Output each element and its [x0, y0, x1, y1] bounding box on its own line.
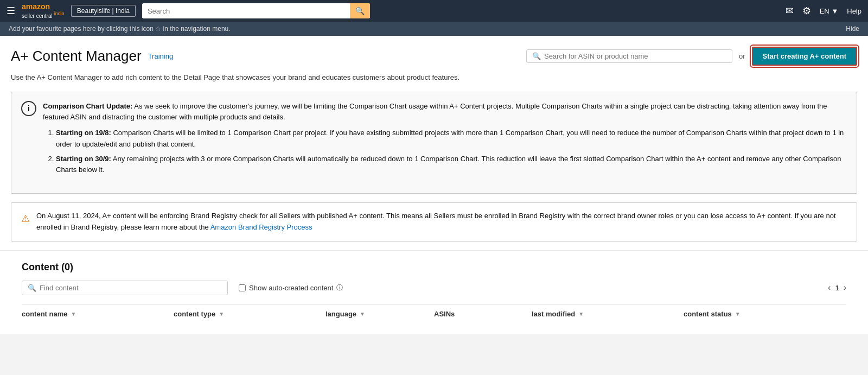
info-box-item-1: Starting on 19/8: Comparison Charts will… — [56, 128, 847, 150]
fav-bar-hide[interactable]: Hide — [846, 25, 859, 33]
seller-central-text: seller central — [22, 13, 53, 19]
brand-registry-link[interactable]: Amazon Brand Registry Process — [210, 223, 312, 231]
page-title: A+ Content Manager — [11, 48, 142, 65]
table-header: content name▼content type▼language▼ASINs… — [22, 304, 846, 323]
table-col-content-status[interactable]: content status▼ — [684, 310, 792, 318]
comparison-chart-notice: i Comparison Chart Update: As we seek to… — [11, 92, 857, 194]
training-badge[interactable]: Training — [148, 52, 173, 60]
pagination: ‹ 1 › — [828, 283, 846, 293]
warning-text-before: On August 11, 2024, A+ content will be e… — [36, 212, 836, 231]
logo-area: amazon seller central india — [22, 2, 65, 20]
auto-created-checkbox[interactable] — [239, 284, 246, 291]
fav-bar-message: Add your favourite pages here by clickin… — [9, 25, 231, 33]
item2-text: Any remaining projects with 3 or more Co… — [56, 155, 841, 174]
next-page-button[interactable]: › — [844, 283, 846, 293]
auto-created-info-icon[interactable]: ⓘ — [336, 283, 343, 293]
find-content-row: 🔍 Show auto-created content ⓘ ‹ 1 › — [22, 281, 846, 295]
table-col-last-modified[interactable]: last modified▼ — [532, 310, 684, 318]
col-label-0: content name — [22, 310, 68, 318]
asin-search-icon: 🔍 — [532, 52, 541, 60]
start-creating-button[interactable]: Start creating A+ content — [752, 47, 857, 66]
col-label-1: content type — [174, 310, 215, 318]
asin-search-box: 🔍 — [526, 49, 732, 63]
auto-created-label: Show auto-created content — [249, 284, 333, 292]
nav-right: ✉ ⚙ EN ▼ Help — [786, 5, 861, 17]
info-icon: i — [21, 101, 36, 116]
india-text: india — [54, 11, 65, 16]
amazon-logo: amazon — [22, 2, 50, 11]
or-text: or — [739, 52, 745, 60]
table-col-content-type[interactable]: content type▼ — [174, 310, 326, 318]
item2-bold: Starting on 30/9: — [56, 155, 111, 163]
asin-search-input[interactable] — [544, 52, 726, 60]
warning-icon: ⚠ — [21, 211, 30, 227]
top-nav: ☰ amazon seller central india Beautyisli… — [0, 0, 868, 22]
language-selector[interactable]: EN ▼ — [820, 7, 839, 15]
table-col-content-name[interactable]: content name▼ — [22, 310, 174, 318]
search-bar: 🔍 — [142, 3, 370, 18]
info-box-item-2: Starting on 30/9: Any remaining projects… — [56, 154, 847, 176]
info-box-body-text: As we seek to improve the customer's jou… — [43, 102, 827, 122]
sort-icon-1[interactable]: ▼ — [219, 311, 224, 317]
info-box-list: Starting on 19/8: Comparison Charts will… — [56, 128, 847, 176]
item1-bold: Starting on 19/8: — [56, 129, 111, 137]
header-right: 🔍 or Start creating A+ content — [526, 47, 857, 66]
auto-created-toggle: Show auto-created content ⓘ — [239, 283, 343, 293]
help-link[interactable]: Help — [847, 7, 861, 15]
brand-registry-warning: ⚠ On August 11, 2024, A+ content will be… — [11, 202, 857, 241]
find-content-box: 🔍 — [22, 281, 228, 295]
search-button[interactable]: 🔍 — [350, 3, 370, 18]
settings-icon[interactable]: ⚙ — [802, 5, 811, 17]
col-label-4: last modified — [532, 310, 575, 318]
sort-icon-2[interactable]: ▼ — [360, 311, 365, 317]
table-col-language[interactable]: language▼ — [326, 310, 434, 318]
search-input[interactable] — [142, 4, 350, 18]
col-label-2: language — [326, 310, 356, 318]
info-box-header: i Comparison Chart Update: As we seek to… — [21, 101, 847, 180]
page-description: Use the A+ Content Manager to add rich c… — [11, 72, 857, 83]
info-box-body: Comparison Chart Update: As we seek to i… — [43, 101, 847, 180]
logo-text: amazon seller central india — [22, 2, 65, 20]
page-header: A+ Content Manager Training 🔍 or Start c… — [11, 47, 857, 66]
find-search-icon: 🔍 — [28, 284, 36, 292]
prev-page-button[interactable]: ‹ — [828, 283, 831, 293]
main-content: A+ Content Manager Training 🔍 or Start c… — [0, 36, 868, 334]
item1-text: Comparison Charts will be limited to 1 C… — [56, 129, 844, 148]
content-section: Content (0) 🔍 Show auto-created content … — [11, 251, 857, 334]
info-box-title: Comparison Chart Update: — [43, 102, 132, 110]
sort-icon-0[interactable]: ▼ — [71, 311, 76, 317]
col-label-3: ASINs — [434, 310, 455, 318]
fav-bar: Add your favourite pages here by clickin… — [0, 22, 868, 36]
warning-text: On August 11, 2024, A+ content will be e… — [36, 211, 847, 233]
col-label-5: content status — [684, 310, 732, 318]
find-content-input[interactable] — [40, 284, 222, 292]
content-header: Content (0) — [22, 262, 846, 273]
sort-icon-4[interactable]: ▼ — [578, 311, 584, 317]
hamburger-icon[interactable]: ☰ — [7, 5, 15, 17]
sort-icon-5[interactable]: ▼ — [735, 311, 741, 317]
table-col-ASINs[interactable]: ASINs — [434, 310, 532, 318]
store-badge[interactable]: Beautyislife | India — [71, 5, 136, 17]
page-number: 1 — [835, 284, 839, 292]
mail-icon[interactable]: ✉ — [786, 5, 794, 17]
